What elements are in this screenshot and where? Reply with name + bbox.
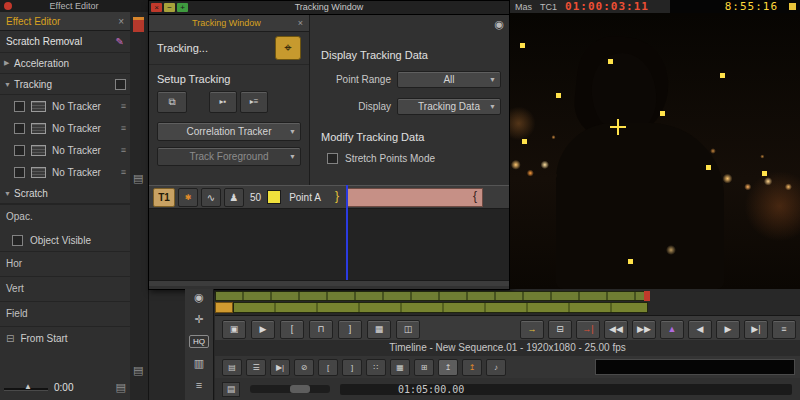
tracker-target-button[interactable]: ✱	[178, 188, 198, 207]
video-viewport[interactable]	[510, 13, 800, 289]
tracking-point[interactable]	[522, 139, 527, 144]
video-track-1[interactable]	[215, 291, 648, 301]
video-track-2[interactable]	[233, 302, 648, 313]
tracking-point[interactable]	[706, 165, 711, 170]
tracker-playhead[interactable]	[346, 185, 348, 280]
tracker-3-checkbox[interactable]	[14, 145, 25, 156]
group-tracking[interactable]: ▼ Tracking	[0, 74, 130, 95]
mark-out-button[interactable]: ]	[338, 320, 362, 339]
tracker-person-button[interactable]: ♟	[224, 188, 244, 207]
object-visible-checkbox[interactable]	[12, 235, 23, 246]
tracker-1-menu-icon[interactable]: ≡	[121, 101, 126, 111]
audio-monitor-button[interactable]: ♪	[486, 359, 506, 376]
tracker-2-menu-icon[interactable]: ≡	[121, 123, 126, 133]
tracker-2-label[interactable]: No Tracker	[52, 123, 115, 134]
tracker-scrollbar[interactable]	[149, 280, 509, 286]
tracker-row-4[interactable]: No Tracker ≡	[0, 161, 130, 183]
rail-page-icon-2[interactable]: ▤	[133, 364, 143, 377]
fast-menu-button[interactable]: ☰	[246, 359, 266, 376]
tracker-point-name[interactable]: Point A	[289, 192, 321, 203]
play-button[interactable]: ▶	[251, 320, 275, 339]
source-record-toggle-button[interactable]: ▣	[222, 320, 246, 339]
extract-button[interactable]: ⊟	[548, 320, 572, 339]
tab-tracking-window[interactable]: Tracking Window ×	[149, 15, 309, 32]
expand-arrow-icon[interactable]: ▼	[4, 190, 14, 197]
goto-next-event-button[interactable]: →|	[576, 320, 600, 339]
add-marker-button[interactable]: ▲	[660, 320, 684, 339]
tracked-range-bar[interactable]	[346, 188, 483, 207]
group-scratch[interactable]: ▼ Scratch	[0, 183, 130, 204]
zoom-slider-thumb[interactable]	[290, 385, 310, 393]
tracker-3-label[interactable]: No Tracker	[52, 145, 115, 156]
bottom-grid-icon[interactable]: ▤	[222, 382, 240, 397]
goto-previous-event-button[interactable]: →	[520, 320, 544, 339]
timeline-zoom-slider[interactable]	[250, 385, 330, 393]
tracking-point[interactable]	[556, 93, 561, 98]
tracker-4-label[interactable]: No Tracker	[52, 167, 115, 178]
hq-toggle[interactable]: HQ	[189, 335, 209, 348]
tracker-4-checkbox[interactable]	[14, 167, 25, 178]
tracking-point[interactable]	[608, 59, 613, 64]
tracker-4-menu-icon[interactable]: ≡	[121, 167, 126, 177]
rewind-button[interactable]: ◀◀	[604, 320, 628, 339]
group-acceleration[interactable]: ▶ Acceleration	[0, 53, 130, 74]
stretch-points-checkbox[interactable]	[327, 153, 338, 164]
tracker-size-value[interactable]: 50	[250, 192, 261, 203]
fast-forward-button[interactable]: ▶▶	[632, 320, 656, 339]
tracker-row-2[interactable]: No Tracker ≡	[0, 117, 130, 139]
rail-menu-icon[interactable]: ≡	[189, 379, 209, 391]
tracking-window-titlebar[interactable]: × − + Tracking Window	[149, 1, 509, 15]
reel-icon[interactable]: ◉	[189, 291, 209, 304]
rail-page-icon[interactable]: ▤	[133, 172, 143, 185]
quad-display-button[interactable]: ◫	[396, 320, 420, 339]
display-dropdown[interactable]: Tracking Data ▼	[397, 98, 501, 115]
tab-close-icon[interactable]: ×	[118, 16, 124, 27]
tracker-1-label[interactable]: No Tracker	[52, 101, 115, 112]
hand-tool-icon[interactable]: ✛	[189, 313, 209, 326]
tracking-tool-button[interactable]: ⌖	[275, 36, 301, 60]
disable-button[interactable]: ⊘	[294, 359, 314, 376]
effect-grid-icon[interactable]: ▤	[116, 381, 126, 394]
tracker-3-menu-icon[interactable]: ≡	[121, 145, 126, 155]
tracker-graph-button[interactable]: ∿	[201, 188, 221, 207]
monitor-mas-label[interactable]: Mas	[515, 2, 532, 12]
range-in-brace[interactable]: }	[335, 189, 339, 203]
range-out-brace[interactable]: {	[473, 189, 477, 203]
focus-button[interactable]: ▤	[222, 359, 242, 376]
play-loop-button[interactable]: ▶|	[270, 359, 290, 376]
tracking-enable-checkbox[interactable]	[115, 79, 126, 90]
tracker-1-checkbox[interactable]	[14, 101, 25, 112]
trim-mode-button[interactable]: ⊓	[309, 320, 333, 339]
clip-segment-orange[interactable]	[215, 302, 233, 313]
monitor-menu-icon[interactable]	[789, 3, 796, 10]
tracking-point[interactable]	[520, 43, 525, 48]
mark-out-button-2[interactable]: ]	[342, 359, 362, 376]
position-slider-thumb[interactable]: ▲	[24, 382, 32, 391]
effect-chip-icon[interactable]	[133, 17, 144, 32]
copy-tracking-data-button[interactable]: ⧉	[157, 91, 187, 113]
step-backward-button[interactable]: ◀	[688, 320, 712, 339]
add-edit-button[interactable]: ⊞	[414, 359, 434, 376]
mark-in-button-2[interactable]: [	[318, 359, 338, 376]
frame-step-button[interactable]: ∷	[366, 359, 386, 376]
tracking-options-button[interactable]: ▸≡	[240, 91, 268, 113]
timeline-scrollbar[interactable]: 01:05:00.00	[340, 384, 792, 395]
tracker-engine-dropdown[interactable]: Correlation Tracker ▼	[157, 122, 301, 141]
grid-button[interactable]: ▦	[367, 320, 391, 339]
tracker-color-swatch[interactable]	[267, 190, 281, 204]
timeline-menu-button[interactable]: ≡	[772, 320, 796, 339]
filmstrip-icon[interactable]: ▥	[189, 357, 209, 370]
tracking-point[interactable]	[720, 73, 725, 78]
play-to-out-button[interactable]: ▶|	[744, 320, 768, 339]
expand-arrow-icon[interactable]: ▼	[4, 81, 14, 88]
tracker-2-checkbox[interactable]	[14, 123, 25, 134]
effect-mode-button[interactable]: ↥	[438, 359, 458, 376]
tracker-row-1[interactable]: No Tracker ≡	[0, 95, 130, 117]
tracking-point[interactable]	[628, 259, 633, 264]
window-menu-icon[interactable]: ◉	[494, 18, 504, 31]
tab-effect-editor[interactable]: Effect Editor ×	[0, 12, 130, 31]
tracking-point[interactable]	[762, 171, 767, 176]
track-foreground-dropdown[interactable]: Track Foreground ▼	[157, 147, 301, 166]
tracking-menu-button[interactable]: Tracking...	[157, 42, 275, 54]
monitor-tc1-label[interactable]: TC1	[540, 2, 557, 12]
